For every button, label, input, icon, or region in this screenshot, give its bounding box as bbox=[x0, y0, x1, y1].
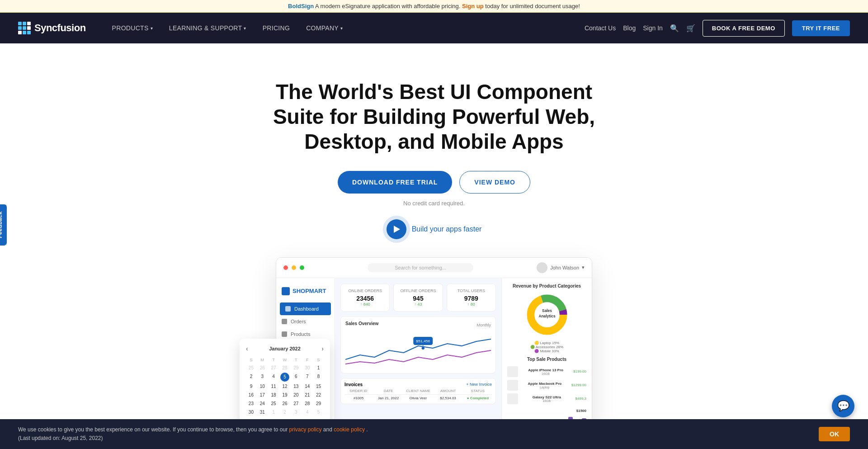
orders-icon bbox=[282, 319, 287, 324]
nav-links: PRODUCTS ▾ LEARNING & SUPPORT ▾ PRICING … bbox=[104, 13, 585, 43]
calendar-day[interactable]: 28 bbox=[280, 364, 290, 372]
nav-right: Contact Us Blog Sign In 🔍 🛒 BOOK A FREE … bbox=[585, 20, 850, 37]
privacy-policy-link[interactable]: privacy policy bbox=[289, 426, 321, 433]
calendar-day[interactable]: 24 bbox=[257, 400, 268, 407]
avatar bbox=[537, 262, 547, 273]
logo-link[interactable]: Syncfusion bbox=[18, 22, 86, 34]
svg-text:$51,456: $51,456 bbox=[416, 339, 430, 343]
calendar-prev[interactable]: ‹ bbox=[246, 345, 248, 352]
sidebar-item-dashboard[interactable]: Dashboard bbox=[280, 302, 331, 315]
chevron-down-icon: ▾ bbox=[151, 26, 153, 31]
calendar-day[interactable]: 8 bbox=[313, 373, 324, 382]
calendar-day[interactable]: 12 bbox=[280, 383, 290, 390]
calendar-day[interactable]: 1 bbox=[269, 408, 279, 416]
calendar-day[interactable]: 29 bbox=[291, 364, 301, 372]
product-item: Galaxy S22 Ultra 16GB $499.3 bbox=[507, 393, 586, 404]
calendar-day[interactable]: 27 bbox=[291, 400, 301, 407]
stat-label: OFFLINE ORDERS bbox=[398, 288, 438, 293]
product-item: Apple iPhone 13 Pro 16GB $199.00 bbox=[507, 366, 586, 377]
contact-link[interactable]: Contact Us bbox=[585, 24, 616, 32]
calendar-day[interactable]: 27 bbox=[269, 364, 279, 372]
build-faster-row: Build your apps faster bbox=[9, 219, 859, 239]
calendar-day[interactable]: 4 bbox=[269, 373, 279, 382]
nav-company[interactable]: COMPANY ▾ bbox=[298, 13, 351, 43]
calendar-day[interactable]: 21 bbox=[302, 391, 312, 399]
calendar-day[interactable]: 2 bbox=[246, 373, 256, 382]
calendar-day[interactable]: 20 bbox=[291, 391, 301, 399]
chat-button[interactable]: 💬 bbox=[832, 395, 854, 417]
calendar-day[interactable]: 5 bbox=[313, 408, 324, 416]
calendar-day-active[interactable]: 5 bbox=[280, 373, 289, 382]
feedback-tab[interactable]: Feedback bbox=[0, 204, 7, 245]
product-thumbnail bbox=[507, 393, 518, 404]
calendar-day[interactable]: 16 bbox=[246, 391, 256, 399]
calendar-day[interactable]: 26 bbox=[257, 364, 268, 372]
window-dot-yellow bbox=[292, 265, 296, 270]
cookie-policy-link[interactable]: cookie policy bbox=[334, 426, 365, 433]
url-bar[interactable]: Search for something... bbox=[368, 263, 473, 272]
logo-icon bbox=[18, 22, 31, 34]
day-name: M bbox=[257, 357, 268, 363]
calendar-day[interactable]: 31 bbox=[257, 408, 268, 416]
calendar-day[interactable]: 26 bbox=[280, 400, 290, 407]
chevron-down-icon: ▾ bbox=[244, 26, 246, 31]
invoice-row: #1005Jan 21, 2022Olivia Veer$2,534.03 ● … bbox=[344, 395, 492, 400]
calendar-day[interactable]: 6 bbox=[291, 373, 301, 382]
cookie-ok-button[interactable]: OK bbox=[819, 427, 850, 441]
navbar: Syncfusion PRODUCTS ▾ LEARNING & SUPPORT… bbox=[0, 13, 868, 43]
calendar-day[interactable]: 2 bbox=[280, 408, 290, 416]
calendar-header: ‹ January 2022 › bbox=[246, 345, 324, 352]
calendar-day[interactable]: 30 bbox=[246, 408, 256, 416]
nav-products[interactable]: PRODUCTS ▾ bbox=[104, 13, 161, 43]
new-invoice-link[interactable]: + New Invoice bbox=[466, 382, 492, 387]
stat-label: ONLINE ORDERS bbox=[345, 288, 385, 293]
cart-icon[interactable]: 🛒 bbox=[686, 24, 695, 33]
signin-link[interactable]: Sign In bbox=[643, 24, 663, 32]
calendar-day[interactable]: 19 bbox=[280, 391, 290, 399]
calendar-day[interactable]: 7 bbox=[302, 373, 312, 382]
calendar-day[interactable]: 29 bbox=[313, 400, 324, 407]
blog-link[interactable]: Blog bbox=[623, 24, 636, 32]
sales-overview-card: Sales Overview Monthly $51, bbox=[340, 316, 496, 373]
calendar-day[interactable]: 22 bbox=[313, 391, 324, 399]
chart-period: Monthly bbox=[476, 323, 491, 327]
calendar-day[interactable]: 18 bbox=[269, 391, 279, 399]
donut-chart: Sales Analytics bbox=[507, 292, 586, 337]
search-icon[interactable]: 🔍 bbox=[670, 24, 679, 33]
calendar-day[interactable]: 9 bbox=[246, 383, 256, 390]
calendar-day[interactable]: 17 bbox=[257, 391, 268, 399]
calendar-day[interactable]: 25 bbox=[246, 364, 256, 372]
invoices-card: Invoices + New Invoice ORDER IDDATECLIEN… bbox=[340, 378, 496, 404]
calendar-day[interactable]: 23 bbox=[246, 400, 256, 407]
invoices-title: Invoices bbox=[344, 382, 363, 387]
calendar-day[interactable]: 28 bbox=[302, 400, 312, 407]
calendar-day[interactable]: 3 bbox=[291, 408, 301, 416]
book-demo-button[interactable]: BOOK A FREE DEMO bbox=[703, 20, 785, 37]
calendar-day[interactable]: 30 bbox=[302, 364, 312, 372]
nav-learning[interactable]: LEARNING & SUPPORT ▾ bbox=[161, 13, 255, 43]
calendar-day[interactable]: 25 bbox=[269, 400, 279, 407]
calendar-next[interactable]: › bbox=[321, 345, 324, 352]
announcement-signup[interactable]: Sign up bbox=[462, 3, 484, 9]
calendar-day[interactable]: 3 bbox=[257, 373, 268, 382]
stat-label: TOTAL USERS bbox=[452, 288, 491, 293]
top-products-title: Top Sale Products bbox=[507, 357, 586, 362]
download-trial-button[interactable]: DOWNLOAD FREE TRIAL bbox=[338, 171, 452, 194]
nav-pricing[interactable]: PRICING bbox=[255, 13, 298, 43]
announcement-bar: BoldSign A modern eSignature application… bbox=[0, 0, 868, 13]
calendar-day[interactable]: 14 bbox=[302, 383, 312, 390]
dashboard-preview: ‹ January 2022 › S M T W T F S 25 26 27 … bbox=[276, 257, 592, 441]
calendar-day[interactable]: 15 bbox=[313, 383, 324, 390]
play-button[interactable] bbox=[387, 219, 406, 239]
view-demo-button[interactable]: VIEW DEMO bbox=[459, 171, 530, 194]
revenue-title: Revenue by Product Categories bbox=[507, 284, 586, 288]
stat-value: 9789 bbox=[452, 295, 491, 302]
hero-title: The World's Best UI Component Suite for … bbox=[249, 80, 619, 155]
calendar-day[interactable]: 4 bbox=[302, 408, 312, 416]
calendar-day[interactable]: 13 bbox=[291, 383, 301, 390]
calendar-day[interactable]: 10 bbox=[257, 383, 268, 390]
calendar-day[interactable]: 11 bbox=[269, 383, 279, 390]
calendar-day[interactable]: 1 bbox=[313, 364, 324, 372]
try-free-button[interactable]: TRY IT FREE bbox=[792, 20, 850, 36]
sidebar-item-orders[interactable]: Orders bbox=[276, 315, 335, 328]
